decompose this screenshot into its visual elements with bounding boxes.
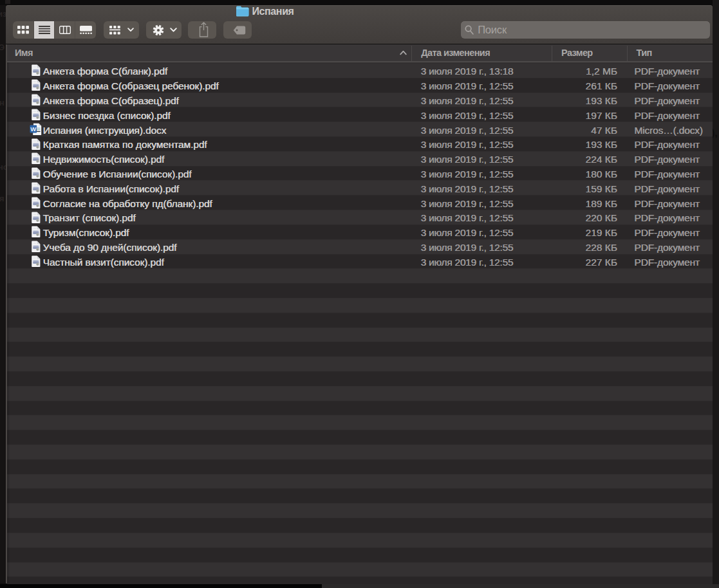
svg-text:W: W (30, 125, 36, 133)
